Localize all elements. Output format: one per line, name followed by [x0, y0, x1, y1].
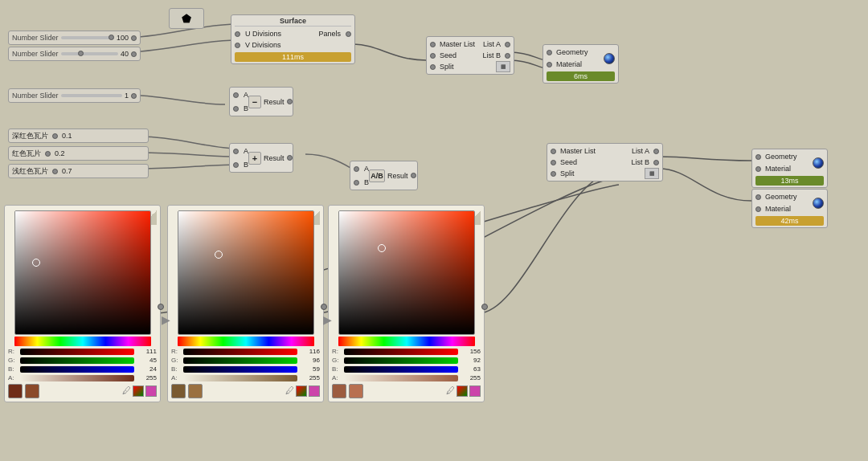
slider-node-3[interactable]: Number Slider 1 — [8, 88, 141, 103]
r3-result-label: Result — [387, 170, 408, 182]
r1-b-port — [233, 106, 239, 112]
ml1-lista-port — [505, 42, 510, 47]
geo3-geo-label: Geometry — [765, 191, 797, 202]
surface-panels-label: Panels — [318, 28, 341, 39]
color-picker-area-1[interactable] — [14, 210, 151, 335]
surface-v-port — [235, 43, 240, 48]
chinese-tile-2[interactable]: 红色瓦片 0.2 — [8, 146, 149, 161]
panel-icon-symbol: ⬟ — [182, 12, 191, 25]
slider-port-1 — [131, 35, 137, 41]
swatches-3: 🖊 — [332, 384, 481, 398]
r2-a-port — [233, 149, 239, 154]
swatch1-3[interactable] — [332, 384, 346, 398]
slider-node-1[interactable]: Number Slider 100 — [8, 31, 141, 45]
geo2-mat-label: Material — [765, 163, 791, 174]
b-bar-2 — [183, 366, 297, 373]
slider-node-2[interactable]: Number Slider 40 — [8, 47, 141, 61]
ml1-seed-port — [430, 53, 436, 59]
a-value-1: 255 — [137, 374, 157, 381]
r-bar-1 — [20, 349, 134, 355]
ml1-split-label: Split — [440, 61, 454, 72]
eyedropper-icon-1[interactable]: 🖊 — [122, 386, 131, 397]
ml2-lista-port — [653, 149, 659, 154]
ml1-icon: ▦ — [496, 61, 510, 72]
r-label-3: R: — [332, 348, 342, 355]
color-panel-2-out-port — [321, 304, 327, 310]
r2-b-port — [233, 162, 239, 168]
color-panel-1: R: 111 G: 45 B: 24 A: 255 🖊 — [4, 205, 161, 402]
g-value-2: 96 — [300, 357, 320, 364]
color-swatch-a-2[interactable] — [296, 386, 307, 397]
slider-value-1: 100 — [117, 34, 129, 42]
hue-strip-3[interactable] — [338, 337, 475, 346]
port-c1 — [52, 133, 58, 139]
b-value-3: 63 — [461, 365, 481, 373]
result2-node: A B + Result — [229, 143, 293, 173]
g-label-3: G: — [332, 357, 342, 364]
slider-track-3[interactable] — [61, 94, 122, 97]
g-value-3: 92 — [461, 357, 481, 364]
channel-g-3: G: 92 — [332, 357, 481, 364]
channel-g-2: G: 96 — [171, 357, 320, 364]
surface-v-label: V Divisions — [245, 39, 281, 51]
channel-r-3: R: 156 — [332, 348, 481, 355]
ml2-icon: ▦ — [645, 168, 659, 179]
color-picker-area-2[interactable] — [178, 210, 314, 335]
swatch-tools-3: 🖊 — [446, 386, 481, 397]
swatch2-2[interactable] — [188, 384, 203, 398]
geo2-time-badge: 13ms — [755, 176, 824, 186]
g-bar-1 — [20, 357, 134, 364]
panel-top-icon[interactable]: ⬟ — [169, 8, 204, 29]
geo1-geo-label: Geometry — [556, 47, 588, 58]
chinese-tile-3[interactable]: 浅红色瓦片 0.7 — [8, 164, 149, 178]
ml1-seed-label: Seed — [440, 50, 457, 61]
arrow-2-3: ▶ — [323, 313, 332, 326]
g-bar-2 — [183, 357, 297, 364]
hue-strip-1[interactable] — [14, 337, 151, 346]
g-label-2: G: — [171, 357, 181, 364]
ml1-master-label: Master List — [440, 39, 475, 50]
geometry-node-2: Geometry Material 13ms — [751, 149, 828, 188]
channel-a-3: A: 255 — [332, 374, 481, 381]
chinese-label-1: 深红色瓦片 — [12, 131, 48, 141]
color-swatch-b-1[interactable] — [145, 386, 157, 397]
a-value-3: 255 — [461, 374, 481, 381]
geo3-mat-port — [755, 206, 761, 212]
master-list-1: Master List List A Seed List B Split ▦ — [426, 36, 514, 75]
g-value-1: 45 — [137, 357, 157, 364]
swatch1-2[interactable] — [171, 384, 186, 398]
slider-label-2: Number Slider — [12, 50, 59, 58]
r-bar-2 — [183, 349, 297, 355]
r-value-3: 156 — [461, 348, 481, 355]
r1-out-port — [287, 99, 293, 104]
eyedropper-icon-2[interactable]: 🖊 — [285, 386, 294, 397]
geo2-mat-port — [755, 166, 761, 172]
channel-b-1: B: 24 — [8, 365, 157, 373]
r2-out-port — [287, 155, 293, 161]
ml2-master-port — [551, 149, 556, 154]
ml2-lista-label: List A — [632, 145, 649, 157]
eyedropper-icon-3[interactable]: 🖊 — [446, 386, 455, 397]
slider-track-2[interactable] — [61, 52, 118, 55]
ml2-split-port — [551, 171, 556, 177]
g-bar-3 — [344, 357, 458, 364]
a-label-1: A: — [8, 374, 18, 381]
color-swatch-b-3[interactable] — [469, 386, 481, 397]
color-picker-area-3[interactable] — [338, 210, 475, 335]
chinese-tile-1[interactable]: 深红色瓦片 0.1 — [8, 129, 149, 143]
slider-label-3: Number Slider — [12, 92, 59, 100]
slider-label-1: Number Slider — [12, 34, 59, 42]
slider-track-1[interactable] — [61, 36, 114, 39]
color-swatch-a-3[interactable] — [457, 386, 468, 397]
a-bar-1 — [20, 375, 134, 381]
hue-strip-2[interactable] — [178, 337, 314, 346]
geo1-mat-label: Material — [556, 59, 582, 70]
r2-plus-icon: + — [248, 152, 261, 165]
color-swatch-b-2[interactable] — [309, 386, 320, 397]
chinese-value-3: 0.7 — [62, 167, 72, 175]
swatch1-1[interactable] — [8, 384, 23, 398]
swatch2-3[interactable] — [349, 384, 363, 398]
color-swatch-a-1[interactable] — [133, 386, 144, 397]
swatch2-1[interactable] — [25, 384, 39, 398]
ml2-split-label: Split — [560, 168, 575, 179]
